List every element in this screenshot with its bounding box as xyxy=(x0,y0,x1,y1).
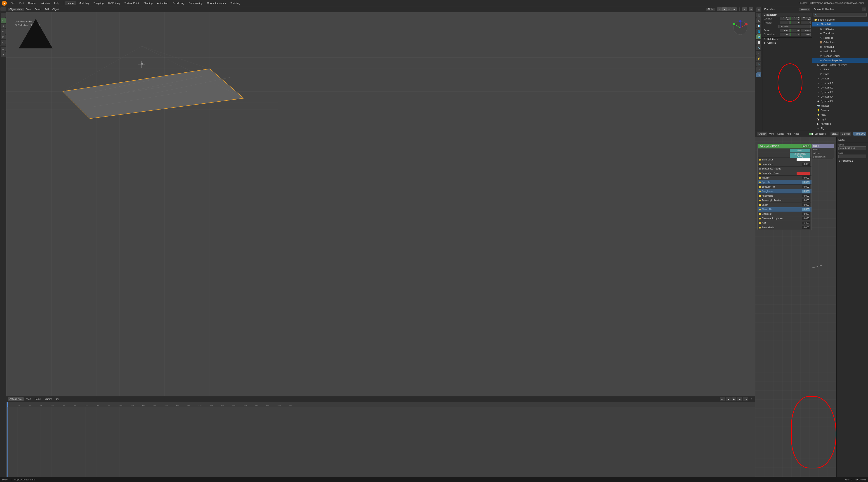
transmission-value[interactable]: 0.000 xyxy=(802,226,810,229)
scale-tool[interactable]: ⊞ xyxy=(1,34,6,39)
clearcoat-roughness-value[interactable]: 0.030 xyxy=(802,217,810,220)
prev-frame-btn[interactable]: ◀ xyxy=(725,397,731,401)
workspace-compositing[interactable]: Compositing xyxy=(187,1,204,5)
node-name-field[interactable]: Material Output xyxy=(838,146,866,150)
workspace-scripting[interactable]: Scripting xyxy=(228,1,242,5)
outliner-item-camera[interactable]: 📷 Metaball xyxy=(812,104,868,108)
outliner-item-rig[interactable]: ⊡ Rig xyxy=(812,126,868,131)
solid-btn[interactable]: ● xyxy=(722,7,727,11)
subsurface-value[interactable]: 0.000 xyxy=(802,163,810,166)
render-props-icon[interactable]: 📷 xyxy=(756,13,761,18)
outliner-item-plane-1[interactable]: ⬡ Plane xyxy=(812,67,868,72)
outliner-item-metaball[interactable]: ◉ Cylinder.007 xyxy=(812,99,868,104)
node-select-menu[interactable]: Select xyxy=(776,132,784,136)
outliner-item-cylinder-003[interactable]: ○ Cylinder.003 xyxy=(812,90,868,94)
menu-file[interactable]: File xyxy=(9,1,17,5)
menu-edit[interactable]: Edit xyxy=(18,1,26,5)
outliner-item-collections[interactable]: 📦 Collections xyxy=(812,40,868,45)
jump-start-btn[interactable]: ⏮ xyxy=(720,397,725,401)
scale-y[interactable]: 1.000 xyxy=(790,29,800,32)
view-layer-icon[interactable]: 📊 xyxy=(756,24,761,29)
object-mode-btn[interactable]: Object Mode xyxy=(8,8,24,11)
3d-scene[interactable]: User Perspective GI Collection | Plane.0… xyxy=(6,12,755,396)
node-label-field[interactable] xyxy=(838,154,866,158)
transform-section-header[interactable]: Transform xyxy=(763,13,812,17)
outliner-item-plane-2[interactable]: ⬡ Plane xyxy=(812,72,868,76)
rotate-tool[interactable]: ↺ xyxy=(1,29,6,34)
metallic-value[interactable]: 0.000 xyxy=(802,176,810,179)
workspace-animation[interactable]: Animation xyxy=(155,1,170,5)
dim-y[interactable]: 3 m xyxy=(790,33,800,36)
outliner-item-animation[interactable]: ▶ Animation xyxy=(812,121,868,126)
relations-header[interactable]: Relations xyxy=(763,37,812,41)
outliner-item-cylinder-004[interactable]: ○ Cylinder.004 xyxy=(812,94,868,99)
outliner-item-custom-props[interactable]: ⚙ Custom Properties xyxy=(812,58,868,63)
select-tool[interactable]: ↖ xyxy=(1,18,6,23)
outliner-item-cylinder[interactable]: ○ Cylinder xyxy=(812,76,868,81)
xray-btn[interactable]: ⊙ xyxy=(749,7,753,11)
dim-z[interactable]: 0 m xyxy=(801,33,811,36)
specular-tint-value[interactable]: 0.000 xyxy=(802,185,810,188)
material-props-icon[interactable]: ⬡ xyxy=(756,73,761,77)
workspace-texture[interactable]: Texture Paint xyxy=(123,1,141,5)
ior-value[interactable]: 1.450 xyxy=(802,222,810,225)
use-nodes-toggle[interactable]: Use Nodes xyxy=(809,133,826,135)
scene-icon[interactable]: 🌐 xyxy=(756,29,761,34)
workspace-sculpting[interactable]: Sculpting xyxy=(92,1,105,5)
menu-render[interactable]: Render xyxy=(26,1,38,5)
menu-window[interactable]: Window xyxy=(39,1,52,5)
material-preview-btn[interactable]: ◐ xyxy=(727,7,732,11)
outliner-filter-btn[interactable]: ▼ xyxy=(862,7,866,11)
jump-end-btn[interactable]: ⏭ xyxy=(743,397,748,401)
workspace-layout[interactable]: Layout xyxy=(65,1,76,5)
rotation-z[interactable]: 0 xyxy=(801,21,811,24)
specular-value[interactable]: 0.500 xyxy=(802,181,810,184)
anisotropic-value[interactable]: 0.000 xyxy=(802,194,810,197)
viewport-gizmo[interactable]: X Y Z xyxy=(733,20,748,36)
anisotropic-rotation-value[interactable]: 0.000 xyxy=(802,199,810,202)
outliner-item-scene[interactable]: 📁 Scene Collection xyxy=(812,18,868,22)
outliner-item-light[interactable]: 💡 Area xyxy=(812,112,868,117)
outliner-item-visible-surface[interactable]: ▷ Visible_Surface_21_Point xyxy=(812,63,868,67)
options-btn[interactable]: Options ▼ xyxy=(799,8,810,11)
scale-z[interactable]: 1.000 xyxy=(801,29,811,32)
data-icon[interactable]: ▽ xyxy=(756,67,761,72)
material-btn[interactable]: Material xyxy=(840,132,851,136)
outliner-search-input[interactable]: 🔍 xyxy=(813,13,867,17)
annotate-tool[interactable]: ✏ xyxy=(1,47,6,52)
object-props-icon[interactable]: ⬜ xyxy=(756,40,761,45)
workspace-modeling[interactable]: Modeling xyxy=(77,1,91,5)
node-add-menu[interactable]: Add xyxy=(786,132,792,136)
move-tool[interactable]: ✥ xyxy=(1,24,6,29)
viewport-shading[interactable]: Global xyxy=(706,8,715,11)
subsurface-color-swatch[interactable] xyxy=(797,172,810,175)
location-z[interactable]: 0.67413 m xyxy=(801,17,811,20)
workspace-rendering[interactable]: Rendering xyxy=(171,1,186,5)
view-menu[interactable]: View xyxy=(26,8,32,11)
outliner-item-area-light[interactable]: 💡 Camera xyxy=(812,108,868,112)
node-view-menu[interactable]: View xyxy=(768,132,775,136)
location-x[interactable]: 1.51378 m xyxy=(780,17,789,20)
viewport-3d[interactable]: Object Mode View Select Add Object Globa… xyxy=(6,6,755,396)
measure-tool[interactable]: ⌀ xyxy=(1,52,6,57)
outliner-item-cylinder-001[interactable]: ○ Cylinder.001 xyxy=(812,81,868,85)
node-type-btn[interactable]: Shader xyxy=(757,132,767,136)
rotation-mode-select[interactable]: XYZ Euler xyxy=(778,25,811,28)
rotation-y[interactable]: 0 xyxy=(790,21,800,24)
node-menu[interactable]: Node xyxy=(793,132,800,136)
select-menu[interactable]: Select xyxy=(34,8,42,11)
outliner-item-transform[interactable]: ⊕ Transform xyxy=(812,31,868,35)
base-color-swatch[interactable] xyxy=(797,159,810,161)
play-btn[interactable]: ▶ xyxy=(732,397,737,401)
timeline-select-menu[interactable]: Select xyxy=(34,397,42,401)
timeline-ruler[interactable]: 0 10 20 30 40 50 60 70 80 90 100 110 120… xyxy=(6,402,755,407)
clearcoat-value[interactable]: 0.000 xyxy=(802,212,810,216)
workspace-shading[interactable]: Shading xyxy=(142,1,154,5)
wireframe-btn[interactable]: ⊡ xyxy=(717,7,722,11)
node-properties-header[interactable]: Properties xyxy=(837,159,868,163)
material-output-node[interactable]: Node Surface Volume Displacement xyxy=(811,144,834,159)
timeline-view-menu[interactable]: View xyxy=(26,397,32,401)
rotation-x[interactable]: 0 xyxy=(780,21,789,24)
outliner-item-plane001[interactable]: ▷ Plane.001 xyxy=(812,22,868,26)
workspace-geometry[interactable]: Geometry Nodes xyxy=(205,1,228,5)
